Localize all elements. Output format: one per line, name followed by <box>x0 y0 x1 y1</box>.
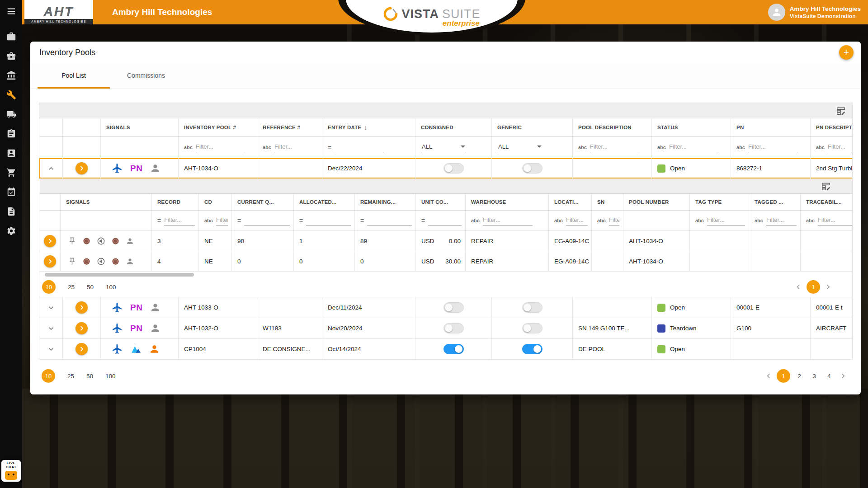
generic-filter-select[interactable]: ALL <box>497 142 542 152</box>
filter-warehouse-input[interactable] <box>483 216 533 225</box>
sidebar-item-inventory[interactable] <box>6 90 16 100</box>
page-size-50[interactable]: 50 <box>87 284 94 291</box>
next-page-button[interactable] <box>823 282 833 292</box>
consigned-toggle[interactable] <box>443 163 464 174</box>
header-pool-description[interactable]: POOL DESCRIPTION <box>573 118 652 136</box>
detail-header-record[interactable]: RECORD <box>152 194 199 210</box>
pool-row-aht-1032[interactable]: PN AHT-1032-O W1183 Nov/20/2024 SN 149 G… <box>39 318 853 339</box>
header-signals[interactable]: SIGNALS <box>101 118 179 136</box>
detail-header-cd[interactable]: CD <box>199 194 232 210</box>
filter-pool-description-input[interactable] <box>590 142 640 152</box>
filter-pn-description-input[interactable] <box>828 142 853 152</box>
header-entry-date[interactable]: ENTRY DATE↓ <box>322 118 415 136</box>
header-pn[interactable]: PN <box>731 118 811 136</box>
detail-header-tagged[interactable]: TAGGED ... <box>749 194 801 210</box>
sidebar-item-settings[interactable] <box>6 226 16 236</box>
next-page-button[interactable] <box>838 371 848 381</box>
detail-header-unit-cost[interactable]: UNIT CO... <box>416 194 466 210</box>
page-3[interactable]: 3 <box>808 373 820 380</box>
detail-header-tag-type[interactable]: TAG TYPE <box>690 194 749 210</box>
collapse-row-button[interactable] <box>46 164 56 174</box>
page-4[interactable]: 4 <box>823 373 835 380</box>
page-size-50[interactable]: 50 <box>86 373 93 380</box>
generic-toggle[interactable] <box>522 344 542 354</box>
sidebar-item-purchasing[interactable] <box>6 168 16 178</box>
detail-header-traceability[interactable]: TRACEABIL... <box>801 194 853 210</box>
detail-header-sn[interactable]: SN <box>592 194 623 210</box>
edit-columns-button[interactable] <box>836 106 846 116</box>
detail-header-pool-number[interactable]: POOL NUMBER <box>623 194 690 210</box>
detail-header-warehouse[interactable]: WAREHOUSE <box>466 194 549 210</box>
header-status[interactable]: STATUS <box>652 118 731 136</box>
pool-row-cp1004[interactable]: CP1004 DE CONSIGNE... Oct/14/2024 DE POO… <box>39 339 853 360</box>
header-inventory-pool[interactable]: INVENTORY POOL # <box>179 118 257 136</box>
sidebar-item-business-center[interactable] <box>6 51 16 61</box>
sidebar-item-schedule[interactable] <box>6 187 16 197</box>
detail-edit-columns-button[interactable] <box>821 181 831 191</box>
header-generic[interactable]: GENERIC <box>492 118 573 136</box>
filter-allocated-input[interactable] <box>306 216 351 225</box>
detail-horizontal-scrollbar[interactable] <box>45 273 847 277</box>
consigned-toggle[interactable] <box>443 344 464 354</box>
menu-button[interactable] <box>6 6 16 16</box>
page-size-10[interactable]: 10 <box>42 280 56 294</box>
detail-header-location[interactable]: LOCATI... <box>549 194 592 210</box>
consigned-toggle[interactable] <box>443 302 464 313</box>
scrollbar-thumb[interactable] <box>45 273 194 277</box>
page-2[interactable]: 2 <box>793 373 805 380</box>
detail-header-allocated[interactable]: ALLOCATED... <box>294 194 355 210</box>
consigned-toggle[interactable] <box>443 323 464 333</box>
open-pool-button[interactable] <box>75 343 88 355</box>
tab-pool-list[interactable]: Pool List <box>38 63 110 89</box>
generic-toggle[interactable] <box>522 163 542 174</box>
company-logo[interactable]: AHT AMBRY HILL TECHNOLOGIES <box>24 0 93 24</box>
live-chat-widget[interactable]: LIVE CHAT <box>1 460 21 482</box>
consigned-filter-select[interactable]: ALL <box>421 142 466 152</box>
tab-commissions[interactable]: Commissions <box>110 63 182 89</box>
detail-header-current-qty[interactable]: CURRENT Q... <box>232 194 294 210</box>
user-menu[interactable]: Ambry Hill Technologies VistaSuite Demon… <box>768 0 861 24</box>
page-1-current[interactable]: 1 <box>807 280 820 294</box>
page-1-current[interactable]: 1 <box>777 369 790 383</box>
header-consigned[interactable]: CONSIGNED <box>415 118 492 136</box>
add-pool-button[interactable]: + <box>839 45 854 60</box>
generic-toggle[interactable] <box>522 323 542 333</box>
header-reference[interactable]: REFERENCE # <box>257 118 322 136</box>
sidebar-item-work-orders[interactable] <box>6 129 16 139</box>
pool-row-aht-1034[interactable]: PN AHT-1034-O Dec/22/2024 Open 868272-1 … <box>39 158 853 179</box>
page-size-25[interactable]: 25 <box>67 373 74 380</box>
filter-tag-type-input[interactable] <box>707 216 745 225</box>
open-record-button[interactable] <box>44 235 56 247</box>
detail-header-signals[interactable]: SIGNALS <box>61 194 152 210</box>
record-row-3[interactable]: 3 NE 90 1 89 USD0.00 REPAIR EG-A09-14C A… <box>39 231 853 251</box>
page-size-10[interactable]: 10 <box>42 369 55 383</box>
expand-row-button[interactable] <box>46 344 56 354</box>
sidebar-item-bank[interactable] <box>6 70 16 80</box>
filter-inventory-pool-input[interactable] <box>196 142 245 152</box>
pool-row-aht-1033[interactable]: PN AHT-1033-O Dec/11/2024 Open 00001-E 0… <box>39 297 853 318</box>
record-row-4[interactable]: 4 NE 0 0 0 USD30.00 REPAIR EG-A09-14C AH… <box>39 251 853 272</box>
filter-entry-date-input[interactable] <box>335 142 384 152</box>
open-pool-button[interactable] <box>75 162 88 174</box>
filter-cd-input[interactable] <box>216 216 228 225</box>
expand-row-button[interactable] <box>46 324 56 333</box>
filter-pn-input[interactable] <box>748 142 798 152</box>
sidebar-item-briefcase[interactable] <box>6 32 16 42</box>
page-size-100[interactable]: 100 <box>106 284 116 291</box>
sidebar-item-contacts[interactable] <box>6 148 16 158</box>
prev-page-button[interactable] <box>793 282 803 292</box>
page-size-100[interactable]: 100 <box>105 373 116 380</box>
detail-header-remaining[interactable]: REMAINING... <box>355 194 416 210</box>
filter-sn-input[interactable] <box>609 216 619 225</box>
filter-remaining-input[interactable] <box>367 216 412 225</box>
filter-unit-cost-input[interactable] <box>428 216 462 225</box>
generic-toggle[interactable] <box>522 302 542 313</box>
filter-traceability-input[interactable] <box>818 216 853 225</box>
open-pool-button[interactable] <box>75 322 88 334</box>
filter-tagged-input[interactable] <box>766 216 797 225</box>
open-record-button[interactable] <box>44 255 56 267</box>
page-size-25[interactable]: 25 <box>68 284 75 291</box>
filter-status-input[interactable] <box>669 142 719 152</box>
filter-current-qty-input[interactable] <box>244 216 290 225</box>
filter-record-input[interactable] <box>164 216 195 225</box>
